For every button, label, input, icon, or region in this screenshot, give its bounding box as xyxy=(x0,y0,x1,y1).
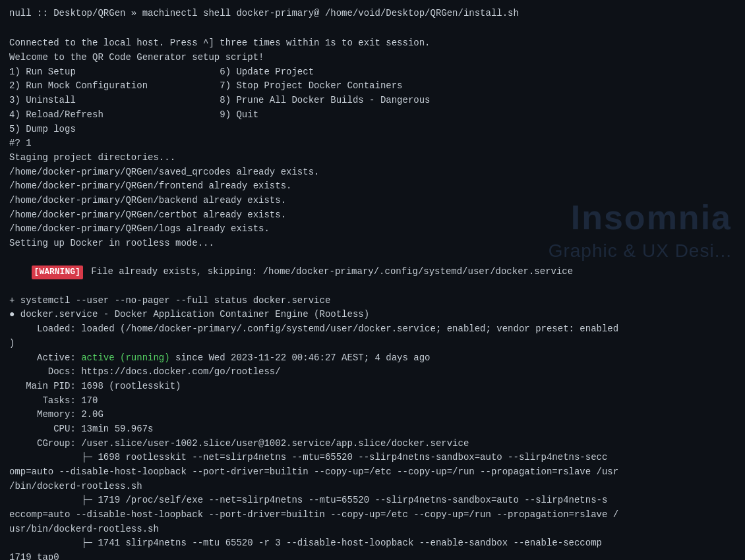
dir-line-4: /home/docker-primary/QRGen/certbot alrea… xyxy=(9,208,736,223)
prompt-input: #? 1 xyxy=(9,136,736,151)
warning-text: File already exists, skipping: /home/doc… xyxy=(86,266,573,277)
menu-line-4: 4) Reload/Refresh 9) Quit xyxy=(9,108,736,123)
warning-badge: [WARNING] xyxy=(32,266,83,279)
cgroup-proc-1b: omp=auto --disable-host-loopback --port-… xyxy=(9,465,736,480)
docker-setup-line: Setting up Docker in rootless mode... xyxy=(9,237,736,251)
paren-line: ) xyxy=(9,337,736,351)
cgroup-proc-2b: eccomp=auto --disable-host-loopback --po… xyxy=(9,508,736,522)
tasks-line: Tasks: 170 xyxy=(9,394,736,408)
cgroup-proc-1c: /bin/dockerd-rootless.sh xyxy=(9,480,736,494)
terminal-title: null :: Desktop/QRGen » machinectl shell… xyxy=(9,7,736,21)
cgroup-proc-1a: ├─ 1698 rootlesskit --net=slirp4netns --… xyxy=(9,451,736,465)
pid-line: Main PID: 1698 (rootlesskit) xyxy=(9,379,736,394)
dir-line-1: /home/docker-primary/QRGen/saved_qrcodes… xyxy=(9,165,736,180)
cpu-line: CPU: 13min 59.967s xyxy=(9,422,736,437)
welcome-line: Welcome to the QR Code Generator setup s… xyxy=(9,51,736,65)
loaded-line: Loaded: loaded (/home/docker-primary/.co… xyxy=(9,322,736,337)
blank-line-1 xyxy=(9,22,736,37)
memory-line: Memory: 2.0G xyxy=(9,408,736,422)
menu-line-2: 2) Run Mock Configuration 7) Stop Projec… xyxy=(9,79,736,94)
staging-line: Staging project directories... xyxy=(9,151,736,165)
cgroup-proc-2a: ├─ 1719 /proc/self/exe --net=slirp4netns… xyxy=(9,493,736,508)
service-bullet-line: ● docker.service - Docker Application Co… xyxy=(9,308,736,322)
dir-line-5: /home/docker-primary/QRGen/logs already … xyxy=(9,222,736,237)
docs-line: Docs: https://docs.docker.com/go/rootles… xyxy=(9,365,736,379)
cgroup-line: CGroup: /user.slice/user-1002.slice/user… xyxy=(9,437,736,451)
warning-line: [WARNING] File already exists, skipping:… xyxy=(9,251,736,294)
cgroup-proc-2c: usr/bin/dockerd-rootless.sh xyxy=(9,522,736,537)
menu-line-3: 3) Uninstall 8) Prune All Docker Builds … xyxy=(9,94,736,108)
active-line: Active: active (running) since Wed 2023-… xyxy=(9,351,736,366)
dir-line-2: /home/docker-primary/QRGen/frontend alre… xyxy=(9,179,736,194)
menu-line-5: 5) Dump logs xyxy=(9,123,736,137)
systemctl-line: + systemctl --user --no-pager --full sta… xyxy=(9,294,736,308)
connected-line: Connected to the local host. Press ^] th… xyxy=(9,36,736,51)
menu-line-1: 1) Run Setup 6) Update Project xyxy=(9,65,736,80)
active-running-text: active (running) xyxy=(81,352,169,363)
cgroup-proc-3a: ├─ 1741 slirp4netns --mtu 65520 -r 3 --d… xyxy=(9,536,736,551)
terminal-window: Insomnia Graphic & UX Desi... null :: De… xyxy=(0,0,745,560)
dir-line-3: /home/docker-primary/QRGen/backend alrea… xyxy=(9,194,736,208)
cgroup-proc-3b: 1719 tap0 xyxy=(9,551,736,560)
